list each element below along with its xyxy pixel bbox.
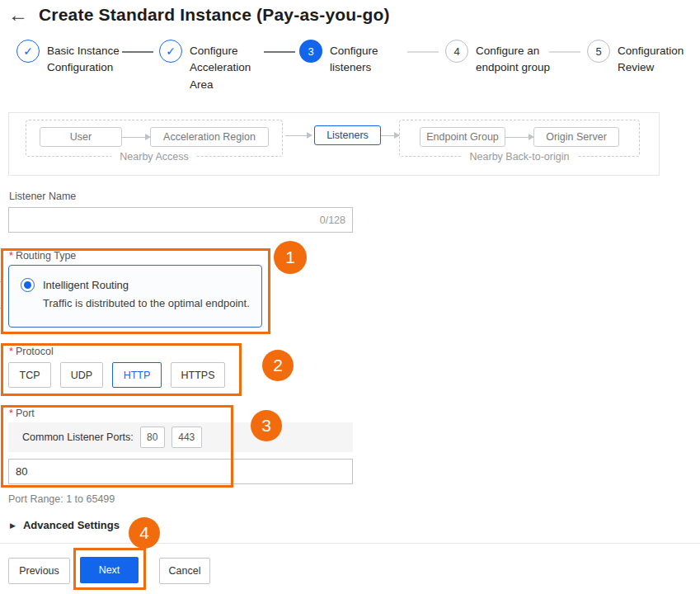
step-number: 3 (299, 40, 322, 63)
annotation-badge-2: 2 (262, 350, 294, 381)
radio-dot (24, 281, 31, 289)
flow-node-listeners: Listeners (314, 125, 381, 145)
protocol-tcp-button[interactable]: TCP (8, 362, 51, 388)
back-arrow-icon[interactable]: ← (8, 4, 28, 25)
step-configure-listeners[interactable]: 3 Configure listeners (299, 40, 396, 77)
flow-node-user: User (40, 127, 122, 147)
protocol-http-button[interactable]: HTTP (112, 362, 162, 388)
routing-type-label: *Routing Type (9, 250, 76, 262)
radio-selected-icon[interactable] (21, 278, 35, 292)
step-number: 4 (445, 40, 468, 63)
flow-arrow-icon (285, 135, 312, 136)
port-range-hint: Port Range: 1 to 65499 (8, 493, 115, 505)
protocol-label: *Protocol (9, 346, 54, 357)
flow-arrow-icon (505, 137, 533, 138)
step-label: Configure an endpoint group (476, 40, 558, 77)
required-asterisk: * (9, 346, 13, 357)
port-field (8, 459, 353, 484)
protocol-https-button[interactable]: HTTPS (171, 362, 225, 388)
nearby-access-group: User Acceleration Region Nearby Access (26, 120, 283, 157)
common-listener-ports-bar: Common Listener Ports: 80 443 (8, 422, 353, 452)
footer-divider (0, 543, 700, 544)
flow-node-acceleration-region: Acceleration Region (150, 127, 269, 147)
listener-name-field: 0/128 (8, 207, 353, 233)
annotation-badge-1: 1 (274, 241, 307, 274)
step-basic-instance-configuration[interactable]: ✓ Basic Instance Configuration (16, 40, 126, 77)
flow-node-origin-server: Origin Server (533, 127, 619, 147)
intelligent-routing-description: Traffic is distributed to the optimal en… (43, 297, 250, 309)
nearby-back-to-origin-group: Endpoint Group Origin Server Nearby Back… (399, 120, 640, 157)
port-label: *Port (9, 408, 35, 419)
required-asterisk: * (9, 250, 13, 262)
protocol-label-text: Protocol (16, 346, 54, 357)
step-number: 5 (587, 40, 610, 63)
annotation-badge-4: 4 (129, 517, 160, 549)
flow-arrow-icon (122, 137, 150, 138)
step-configuration-review[interactable]: 5 Configuration Review (587, 40, 700, 77)
char-counter: 0/128 (320, 214, 345, 226)
collapse-triangle-icon: ▶ (10, 521, 16, 530)
page-header: ← Create Standard Instance (Pay-as-you-g… (8, 4, 390, 25)
common-listener-ports-label: Common Listener Ports: (22, 431, 134, 443)
flow-arrow-icon (381, 135, 399, 136)
wizard-stepper: ✓ Basic Instance Configuration ✓ Configu… (0, 40, 700, 111)
protocol-selector: TCP UDP HTTP HTTPS (8, 362, 225, 388)
flow-node-endpoint-group: Endpoint Group (420, 127, 505, 147)
routing-type-option-card[interactable]: Intelligent Routing Traffic is distribut… (8, 265, 262, 328)
previous-button[interactable]: Previous (8, 558, 70, 584)
step-label: Configure listeners (330, 40, 396, 77)
port-input[interactable] (16, 465, 345, 478)
routing-type-label-text: Routing Type (16, 250, 76, 262)
left-edge-artifact (0, 281, 2, 309)
check-icon: ✓ (16, 40, 40, 63)
step-label: Basic Instance Configuration (47, 40, 126, 77)
stepper-connector (549, 51, 580, 53)
advanced-settings-toggle[interactable]: ▶ Advanced Settings (10, 519, 120, 531)
step-label: Configure Acceleration Area (190, 40, 272, 93)
listener-name-label: Listener Name (9, 191, 76, 202)
advanced-settings-label: Advanced Settings (23, 519, 120, 531)
stepper-connector (407, 51, 439, 53)
step-label: Configuration Review (618, 40, 700, 77)
listener-name-input[interactable] (16, 214, 320, 226)
port-label-text: Port (16, 408, 35, 419)
intelligent-routing-option[interactable]: Intelligent Routing (43, 278, 250, 291)
step-configure-acceleration-area[interactable]: ✓ Configure Acceleration Area (159, 40, 272, 93)
port-443-chip[interactable]: 443 (171, 427, 202, 448)
next-button[interactable]: Next (80, 557, 139, 583)
required-asterisk: * (9, 408, 13, 419)
check-icon: ✓ (159, 40, 182, 63)
acceleration-flow-diagram: User Acceleration Region Nearby Access L… (8, 112, 660, 176)
cancel-button[interactable]: Cancel (159, 558, 210, 584)
page-title: Create Standard Instance (Pay-as-you-go) (39, 5, 390, 25)
step-configure-endpoint-group[interactable]: 4 Configure an endpoint group (445, 40, 558, 77)
port-80-chip[interactable]: 80 (140, 427, 165, 448)
nearby-back-to-origin-label: Nearby Back-to-origin (462, 151, 578, 163)
protocol-udp-button[interactable]: UDP (60, 362, 103, 388)
nearby-access-label: Nearby Access (111, 151, 196, 163)
stepper-connector (264, 51, 295, 53)
create-instance-page: ← Create Standard Instance (Pay-as-you-g… (0, 0, 700, 594)
stepper-connector (122, 51, 153, 53)
